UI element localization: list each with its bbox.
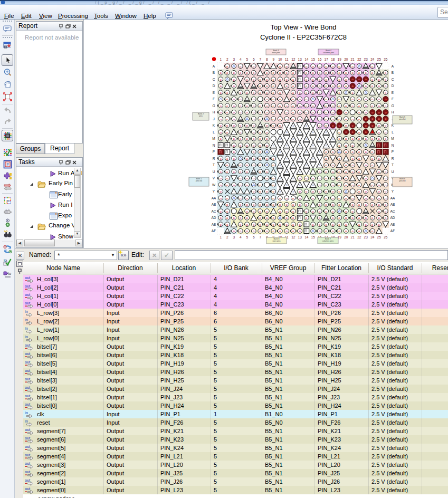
- svg-text:C: C: [213, 78, 215, 81]
- svg-text:AD: AD: [390, 216, 395, 219]
- svg-text:A: A: [213, 64, 215, 68]
- svg-text:6: 6: [253, 58, 255, 61]
- svg-text:17: 17: [325, 58, 329, 61]
- svg-text:24: 24: [370, 235, 375, 239]
- svg-text:4: 4: [240, 58, 242, 61]
- svg-text:21: 21: [351, 58, 355, 61]
- svg-text:in: in: [25, 410, 28, 415]
- svg-text:out: out: [25, 461, 31, 466]
- svg-text:1: 1: [220, 235, 222, 239]
- svg-text:in: in: [25, 326, 28, 331]
- svg-text:B: B: [213, 71, 215, 74]
- svg-text:C: C: [392, 78, 394, 81]
- svg-text:13: 13: [298, 58, 302, 61]
- svg-text:out: out: [25, 453, 31, 457]
- svg-text:columns pins: columns pins: [323, 52, 334, 54]
- svg-text:E: E: [213, 91, 215, 94]
- svg-text:out: out: [25, 275, 31, 280]
- svg-text:columns pins: columns pins: [322, 240, 333, 242]
- svg-text:12: 12: [291, 58, 296, 61]
- svg-text:16: 16: [318, 58, 322, 61]
- svg-text:V: V: [213, 176, 215, 180]
- svg-text:14: 14: [304, 58, 309, 61]
- svg-text:out: out: [25, 427, 31, 432]
- svg-text:F: F: [392, 97, 394, 101]
- svg-text:out: out: [25, 470, 31, 474]
- svg-text:N: N: [213, 143, 215, 147]
- svg-text:13: 13: [298, 235, 302, 239]
- svg-text:AB: AB: [390, 203, 395, 206]
- svg-text:out: out: [25, 292, 31, 297]
- svg-text:R: R: [392, 157, 394, 160]
- svg-text:AE: AE: [212, 223, 216, 226]
- svg-text:M: M: [391, 137, 394, 140]
- svg-text:8: 8: [266, 58, 268, 61]
- svg-text:24: 24: [370, 58, 375, 61]
- svg-text:L: L: [213, 130, 215, 134]
- svg-text:B: B: [392, 71, 394, 74]
- svg-text:N: N: [392, 143, 394, 147]
- svg-text:T: T: [392, 163, 394, 167]
- svg-text:in: in: [25, 318, 28, 322]
- svg-text:out: out: [25, 368, 31, 373]
- svg-text:out: out: [25, 478, 31, 483]
- svg-text:Y: Y: [392, 189, 394, 193]
- svg-text:K: K: [213, 123, 215, 127]
- svg-text:AD: AD: [211, 216, 216, 219]
- svg-text:out: out: [25, 343, 31, 348]
- svg-text:F: F: [213, 97, 215, 101]
- svg-text:in: in: [25, 419, 28, 424]
- svg-text:AC: AC: [211, 209, 216, 213]
- svg-text:23: 23: [364, 58, 368, 61]
- svg-text:6: 6: [253, 235, 255, 239]
- svg-text:23: 23: [364, 235, 368, 239]
- svg-text:D: D: [213, 84, 215, 88]
- svg-text:E: E: [392, 91, 394, 94]
- svg-text:AE: AE: [390, 223, 395, 226]
- svg-text:7: 7: [259, 58, 261, 61]
- svg-text:rows pins: rows pins: [272, 240, 280, 242]
- svg-text:5: 5: [246, 235, 248, 239]
- svg-text:out: out: [25, 444, 31, 449]
- svg-text:20: 20: [344, 235, 348, 239]
- svg-text:9: 9: [272, 58, 274, 61]
- svg-text:4: 4: [240, 235, 242, 239]
- svg-text:12: 12: [291, 235, 296, 239]
- svg-text:out: out: [25, 360, 31, 365]
- svg-text:T: T: [213, 163, 215, 167]
- svg-text:U: U: [392, 170, 394, 174]
- svg-text:25: 25: [377, 235, 382, 239]
- svg-text:25: 25: [377, 58, 382, 61]
- svg-text:AC: AC: [390, 209, 395, 213]
- svg-text:5: 5: [246, 58, 248, 61]
- svg-text:U: U: [213, 170, 215, 174]
- svg-text:H: H: [392, 110, 394, 114]
- svg-text:out: out: [25, 284, 31, 289]
- svg-text:pins list: pins list: [399, 180, 406, 182]
- svg-text:22: 22: [357, 235, 361, 239]
- svg-text:22: 22: [357, 58, 361, 61]
- svg-text:26: 26: [384, 235, 388, 239]
- svg-text:out: out: [25, 486, 31, 491]
- svg-text:14: 14: [304, 235, 309, 239]
- svg-text:20: 20: [344, 58, 348, 61]
- svg-text:AA: AA: [212, 196, 216, 200]
- svg-text:J: J: [213, 117, 214, 121]
- svg-text:2: 2: [226, 235, 228, 239]
- svg-text:out: out: [25, 351, 31, 356]
- svg-text:AA: AA: [390, 196, 395, 200]
- svg-text:io: io: [8, 271, 12, 276]
- svg-text:pins list: pins list: [399, 118, 406, 120]
- svg-text:A: A: [392, 64, 394, 68]
- svg-text:out: out: [25, 436, 31, 440]
- svg-text:AF: AF: [212, 229, 216, 233]
- svg-text:out: out: [25, 377, 31, 381]
- svg-text:7: 7: [259, 235, 261, 239]
- svg-text:19: 19: [338, 58, 342, 61]
- svg-text:1: 1: [220, 58, 222, 61]
- svg-text:Y: Y: [213, 189, 215, 193]
- svg-text:10: 10: [278, 58, 282, 61]
- svg-text:out: out: [25, 301, 31, 305]
- svg-text:18: 18: [331, 58, 335, 61]
- svg-text:W: W: [212, 183, 216, 187]
